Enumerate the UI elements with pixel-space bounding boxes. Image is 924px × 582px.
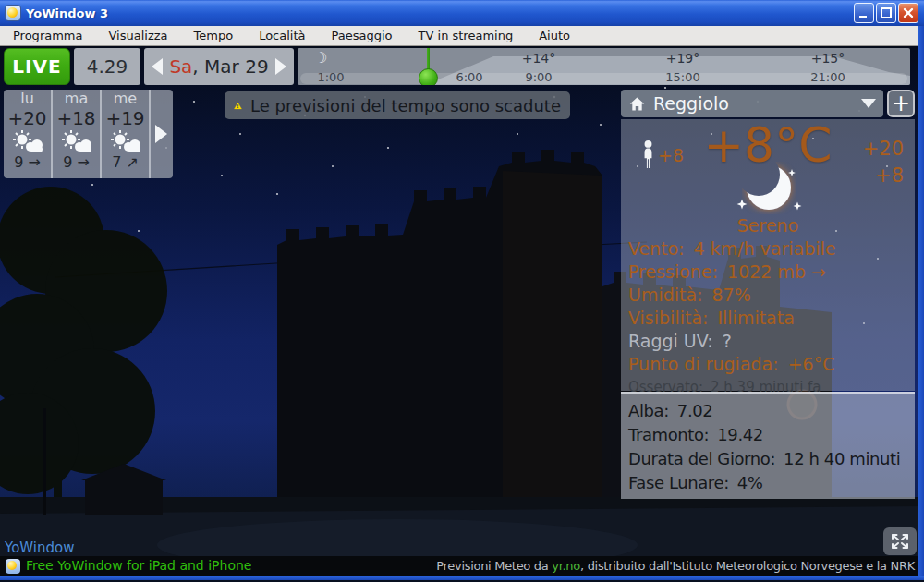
location-selector[interactable]: Reggiolo bbox=[621, 90, 883, 117]
live-button[interactable]: LIVE bbox=[4, 48, 70, 85]
sunset-row: Tramonto:19.42 bbox=[628, 423, 907, 447]
close-button[interactable] bbox=[898, 3, 918, 23]
weather-credit: Previsioni Meteo da yr.no, distribuito d… bbox=[436, 559, 915, 573]
promo-link[interactable]: Free YoWindow for iPad and iPhone bbox=[26, 558, 251, 573]
fullscreen-arrows-icon bbox=[889, 532, 911, 551]
forecast-temp: +19 bbox=[105, 107, 144, 129]
detail-visibility: Visibilità:Illimitata bbox=[628, 307, 836, 330]
time-slider-track[interactable]: ☽ 1:00 6:00 9:00 15:00 21:00 +14° +19° +… bbox=[298, 48, 910, 85]
moon-phase-row: Fase Lunare:4% bbox=[628, 471, 907, 495]
condition-text: Sereno bbox=[621, 215, 915, 236]
sun-cloud-icon bbox=[9, 129, 46, 153]
forecast-wind: 7 ↗ bbox=[112, 153, 139, 172]
forecast-wind: 9 → bbox=[63, 153, 90, 172]
detail-dew-point: Punto di rugiada:+6°C bbox=[628, 353, 836, 376]
window-border-right bbox=[918, 26, 924, 580]
svg-text:!: ! bbox=[237, 103, 238, 108]
date-navigator: Sa, Mar 29 bbox=[144, 48, 294, 85]
forecast-temp: +20 bbox=[7, 107, 46, 129]
tick-15-00: 15:00 bbox=[665, 70, 699, 84]
yr-no-link[interactable]: yr.no bbox=[552, 559, 580, 573]
forecast-expired-warning: ! Le previsioni del tempo sono scadute bbox=[225, 91, 570, 119]
sunrise-row: Alba:7.02 bbox=[628, 399, 907, 423]
high-low-temps: +20 +8 bbox=[863, 136, 904, 189]
forecast-day-label: lu bbox=[20, 91, 34, 107]
minimize-button[interactable] bbox=[854, 3, 874, 23]
app-sun-icon bbox=[5, 5, 21, 21]
menu-localita[interactable]: Località bbox=[259, 29, 305, 42]
sun-cloud-icon bbox=[58, 129, 95, 153]
date-display: Sa, Mar 29 bbox=[169, 55, 268, 78]
next-day-arrow-icon[interactable] bbox=[275, 58, 286, 75]
app-window: YoWindow 3 Programma Visualizza Tempo Lo… bbox=[0, 0, 924, 582]
current-conditions: +8 +8°C +20 +8 bbox=[621, 119, 915, 391]
add-location-button[interactable]: + bbox=[887, 90, 915, 117]
sun-cloud-icon bbox=[107, 129, 144, 153]
weather-details: Vento:4 km/h variabile Pressione:1022 mb… bbox=[628, 237, 836, 376]
yowindow-link[interactable]: YoWindow bbox=[5, 540, 75, 556]
weather-panel: Reggiolo + +8 +8°C +20 +8 bbox=[621, 90, 915, 499]
astronomy-info: Alba:7.02 Tramonto:19.42 Durata del Gior… bbox=[621, 394, 915, 499]
temp-9-00: +14° bbox=[522, 51, 556, 66]
moon-crescent-icon bbox=[725, 162, 810, 223]
menu-bar: Programma Visualizza Tempo Località Paes… bbox=[0, 26, 924, 46]
high-temp: +20 bbox=[863, 136, 904, 163]
forecast-day-label: me bbox=[114, 91, 137, 107]
menu-paesaggio[interactable]: Paesaggio bbox=[332, 29, 393, 42]
forecast-strip: lu +20 9 → ma +18 9 → me +19 bbox=[4, 90, 173, 178]
temp-15-00: +19° bbox=[666, 51, 700, 66]
panel-divider bbox=[621, 392, 915, 394]
status-bar: Free YoWindow for iPad and iPhone Previs… bbox=[0, 556, 924, 576]
window-title: YoWindow 3 bbox=[26, 6, 108, 20]
tick-9-00: 9:00 bbox=[525, 70, 552, 84]
low-temp: +8 bbox=[863, 163, 904, 189]
time-slider-handle[interactable] bbox=[419, 68, 438, 85]
temp-21-00: +15° bbox=[811, 51, 845, 66]
previous-day-arrow-icon[interactable] bbox=[152, 58, 163, 75]
detail-humidity: Umidità:87% bbox=[628, 284, 836, 307]
tick-1-00: 1:00 bbox=[317, 70, 344, 84]
tick-6-00: 6:00 bbox=[456, 70, 482, 84]
warning-text: Le previsioni del tempo sono scadute bbox=[250, 96, 561, 115]
forecast-day-ma[interactable]: ma +18 9 → bbox=[53, 90, 102, 178]
title-bar: YoWindow 3 bbox=[0, 0, 924, 26]
forecast-wind: 9 → bbox=[14, 153, 41, 172]
timeline-moon-icon: ☽ bbox=[314, 49, 327, 67]
close-icon bbox=[902, 6, 915, 19]
menu-aiuto[interactable]: Aiuto bbox=[539, 29, 570, 42]
forecast-day-lu[interactable]: lu +20 9 → bbox=[4, 90, 53, 178]
menu-visualizza[interactable]: Visualizza bbox=[108, 29, 167, 42]
date-rest: , Mar 29 bbox=[192, 55, 268, 78]
warning-triangle-icon: ! bbox=[234, 96, 242, 115]
day-length-row: Durata del Giorno:12 h 40 minuti bbox=[628, 447, 907, 471]
yowindow-sun-icon bbox=[6, 559, 20, 574]
home-icon bbox=[628, 95, 646, 113]
chevron-down-icon[interactable] bbox=[861, 99, 876, 108]
detail-wind: Vento:4 km/h variabile bbox=[628, 237, 836, 261]
date-weekday: Sa bbox=[169, 55, 192, 78]
expand-arrow-icon bbox=[155, 125, 167, 143]
forecast-day-label: ma bbox=[65, 91, 88, 107]
tick-21-00: 21:00 bbox=[810, 70, 845, 84]
minimize-icon bbox=[857, 6, 870, 19]
menu-tv-streaming[interactable]: TV in streaming bbox=[419, 29, 514, 42]
fullscreen-button[interactable] bbox=[883, 527, 917, 555]
forecast-expand-button[interactable] bbox=[151, 90, 171, 178]
menu-programma[interactable]: Programma bbox=[13, 29, 82, 42]
time-display: 4.29 bbox=[74, 48, 140, 85]
maximize-button[interactable] bbox=[876, 3, 896, 23]
location-name: Reggiolo bbox=[653, 93, 854, 114]
detail-pressure: Pressione:1022 mb → bbox=[628, 261, 836, 284]
forecast-day-me[interactable]: me +19 7 ↗ bbox=[102, 90, 151, 178]
detail-uv: Raggi UV:? bbox=[628, 330, 836, 353]
menu-tempo[interactable]: Tempo bbox=[194, 29, 234, 42]
forecast-temp: +18 bbox=[56, 107, 95, 129]
maximize-icon bbox=[880, 6, 893, 19]
